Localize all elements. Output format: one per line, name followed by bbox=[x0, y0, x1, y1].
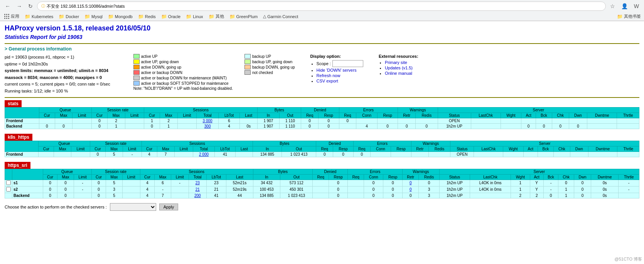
legend-color bbox=[244, 54, 251, 59]
th-sr-limit: Limit bbox=[125, 113, 144, 118]
bookmarks-bar: 应用 📁 Kubernetes 📁 Docker 📁 Mysql 📁 Mongo… bbox=[0, 12, 644, 21]
bookmark-star-button[interactable]: ☆ bbox=[608, 2, 617, 10]
legend-right: backup UP backup UP, going down backup D… bbox=[244, 54, 295, 91]
k8s-https-section-name: k8s_https bbox=[5, 134, 32, 141]
https-sri-table: Queue Session rate Sessions Bytes Denied… bbox=[5, 169, 639, 198]
folder-icon: 📁 bbox=[229, 14, 235, 19]
server-checkbox[interactable] bbox=[6, 180, 11, 185]
scope-input[interactable] bbox=[332, 60, 363, 67]
csv-export-link[interactable]: CSV export bbox=[317, 79, 363, 83]
section-divider-2 bbox=[5, 97, 639, 98]
th-status: Status bbox=[438, 113, 471, 118]
stats-section: stats Queue Session rate Sessions Bytes … bbox=[5, 100, 639, 129]
bookmark-mysql[interactable]: 📁 Mysql bbox=[83, 13, 104, 20]
th-denied: Denied bbox=[316, 141, 354, 146]
row-label: Frontend bbox=[5, 151, 39, 157]
forward-button[interactable]: → bbox=[15, 2, 24, 10]
section-divider bbox=[5, 43, 639, 44]
th-sr-cur: Cur bbox=[92, 113, 108, 118]
th-wght: Wght bbox=[501, 113, 521, 118]
legend-backup-up-going-down: backup UP, going down bbox=[244, 59, 295, 64]
stats-table: Queue Session rate Sessions Bytes Denied… bbox=[5, 107, 639, 129]
legend-display-row: active UP active UP, going down active D… bbox=[133, 54, 639, 95]
table-row: s1 00- 05 46- 232352m21s 34 432573 112 0… bbox=[5, 180, 639, 186]
extension-button[interactable]: W bbox=[632, 2, 641, 10]
bookmark-linux[interactable]: 📁 Linux bbox=[185, 13, 204, 20]
th-q-max: Max bbox=[55, 113, 72, 118]
th-lastchk: LastChk bbox=[471, 113, 501, 118]
updates-link[interactable]: Updates (v1.5) bbox=[385, 66, 418, 70]
bookmark-docker[interactable]: 📁 Docker bbox=[57, 13, 80, 20]
scope-label: Scope : bbox=[317, 61, 331, 66]
th-s-limit: Limit bbox=[177, 113, 197, 118]
th-bytes: Bytes bbox=[253, 141, 316, 146]
reload-button[interactable]: ↻ bbox=[26, 2, 35, 10]
folder-icon: 📁 bbox=[25, 14, 30, 19]
legend-color bbox=[244, 59, 251, 64]
page-content: HAProxy version 1.5.18, released 2016/05… bbox=[0, 21, 644, 214]
refresh-now-link[interactable]: Refresh now bbox=[317, 73, 363, 78]
th-name bbox=[5, 141, 39, 151]
action-select[interactable]: set state to READY set state to DRAIN se… bbox=[110, 203, 156, 211]
th-e-conn: Conn bbox=[356, 113, 378, 118]
hide-down-servers-link[interactable]: Hide 'DOWN' servers bbox=[317, 68, 363, 72]
legend-color bbox=[133, 65, 140, 69]
profile-button[interactable]: 👤 bbox=[619, 2, 630, 10]
th-warnings: Warnings bbox=[398, 107, 438, 113]
th-w-redis: Redis bbox=[416, 113, 438, 118]
bookmark-label: 其他 bbox=[216, 13, 224, 19]
th-s-total: Total bbox=[197, 113, 219, 118]
legend-left: active UP active UP, going down active D… bbox=[133, 54, 233, 91]
maxsock-line: maxsock = 8034; maxconn = 4000; maxpipes… bbox=[5, 74, 110, 81]
legend-color bbox=[133, 59, 140, 64]
bookmark-label: Linux bbox=[193, 14, 203, 19]
bookmark-apps[interactable]: 应用 bbox=[3, 13, 20, 20]
th-name bbox=[12, 169, 43, 180]
th-queue: Queue bbox=[39, 107, 91, 113]
row-label: s1 bbox=[12, 180, 43, 186]
address-bar[interactable]: ⓘ 不安全 192.168.115.5:10086/admin?stats bbox=[37, 2, 606, 11]
row-checkbox-cell bbox=[5, 193, 12, 198]
legend-soft-stopped: active or backup SOFT STOPPED for mainte… bbox=[133, 81, 233, 86]
online-manual-link[interactable]: Online manual bbox=[385, 71, 418, 76]
row-checkbox-cell[interactable] bbox=[5, 180, 12, 186]
server-checkbox[interactable] bbox=[6, 187, 11, 192]
row-checkbox-cell[interactable] bbox=[5, 186, 12, 193]
bookmark-other[interactable]: 📁 其他 bbox=[207, 13, 225, 20]
th-server: Server bbox=[439, 169, 639, 174]
th-session-rate: Session rate bbox=[90, 141, 142, 146]
legend-active-down-going-up: active DOWN, going up bbox=[133, 65, 233, 69]
action-label: Choose the action to perform on the chec… bbox=[5, 205, 107, 209]
address-text: 192.168.115.5:10086/admin?stats bbox=[61, 4, 125, 8]
row-label: s2 bbox=[12, 186, 43, 193]
primary-site-link[interactable]: Primary site bbox=[385, 60, 418, 65]
bookmark-greenplum[interactable]: 📁 GreenPlum bbox=[228, 13, 259, 20]
bookmark-oracle[interactable]: 📁 Oracle bbox=[160, 13, 182, 20]
back-button[interactable]: ← bbox=[3, 2, 12, 10]
th-bytes: Bytes bbox=[258, 107, 301, 113]
th-d-resp: Resp bbox=[318, 113, 339, 118]
legend-area: active UP active UP, going down active D… bbox=[133, 54, 295, 95]
apply-button[interactable]: Apply bbox=[159, 203, 179, 210]
legend-active-up: active UP bbox=[133, 54, 233, 59]
bookmark-mongodb[interactable]: 📁 Mongodb bbox=[107, 13, 134, 20]
folder-icon: 📁 bbox=[186, 14, 192, 19]
th-sessions: Sessions bbox=[140, 169, 253, 174]
security-icon: ⓘ bbox=[41, 3, 45, 9]
bookmark-redis[interactable]: 📁 Redis bbox=[137, 13, 157, 20]
th-q-limit: Limit bbox=[72, 113, 92, 118]
th-e-req: Req bbox=[339, 113, 356, 118]
other-bookmarks[interactable]: 📁 其他书签 bbox=[617, 13, 641, 19]
legend-backup-up: backup UP bbox=[244, 54, 295, 59]
bookmark-kubernetes[interactable]: 📁 Kubernetes bbox=[24, 13, 54, 20]
th-dwntme: Dwntme bbox=[587, 113, 617, 118]
th-session-rate: Session rate bbox=[91, 169, 140, 174]
th-chk: Chk bbox=[552, 113, 569, 118]
legend-color bbox=[133, 76, 140, 80]
table-row: Backend 00 01 01 30040s 1 9071 110 00 40… bbox=[5, 123, 639, 129]
apps-grid-icon bbox=[4, 14, 10, 19]
th-denied: Denied bbox=[313, 169, 348, 174]
display-options-list: Scope : Hide 'DOWN' servers Refresh now … bbox=[310, 60, 363, 83]
bookmark-garmin[interactable]: △ Garmin Connect bbox=[262, 13, 299, 19]
th-checkbox bbox=[5, 169, 12, 180]
